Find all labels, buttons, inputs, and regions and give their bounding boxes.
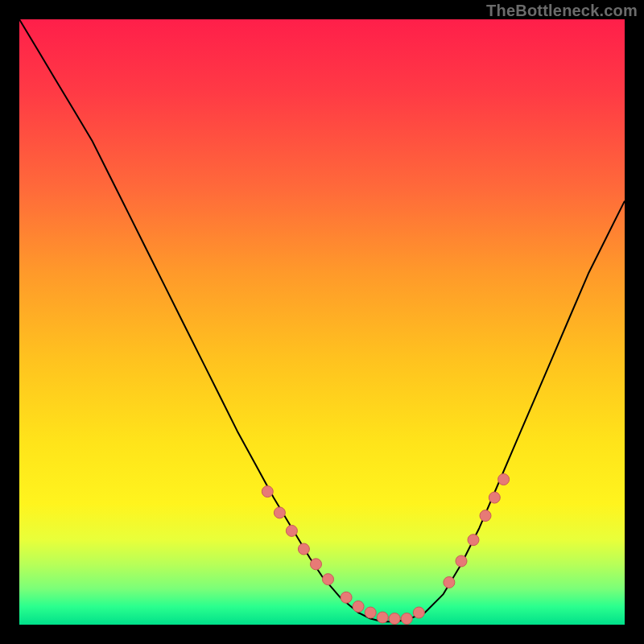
curve-marker [262, 486, 273, 497]
curve-marker [489, 492, 500, 503]
curve-marker [353, 601, 364, 612]
curve-marker [274, 507, 285, 518]
curve-marker [365, 607, 376, 618]
curve-marker [311, 559, 322, 570]
outer-frame: TheBottleneck.com [0, 0, 644, 644]
plot-area [19, 19, 625, 625]
bottleneck-curve [19, 19, 625, 621]
curve-marker [389, 613, 400, 625]
chart-svg [19, 19, 625, 625]
curve-marker [444, 576, 455, 588]
curve-marker [286, 525, 297, 536]
curve-marker [456, 555, 467, 567]
curve-marker [480, 510, 491, 522]
watermark-text: TheBottleneck.com [486, 2, 638, 20]
curve-marker [498, 474, 510, 485]
curve-marker [468, 535, 479, 546]
marker-series [262, 474, 509, 625]
curve-marker [377, 612, 388, 623]
curve-marker [413, 607, 424, 618]
curve-marker [401, 613, 412, 625]
curve-marker [298, 543, 309, 555]
curve-marker [341, 592, 352, 603]
curve-marker [323, 574, 334, 585]
